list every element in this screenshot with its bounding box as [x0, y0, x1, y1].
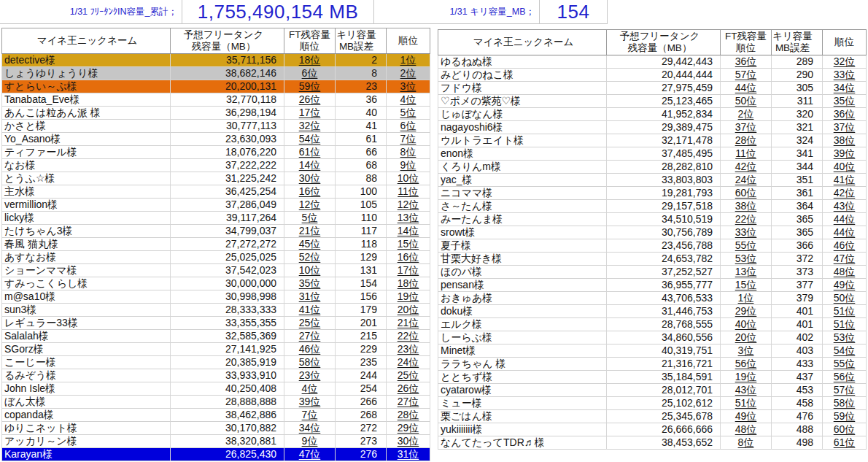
- ft-rank-cell[interactable]: 18位: [284, 54, 336, 67]
- rank-cell[interactable]: 44位: [823, 226, 867, 239]
- rank-cell[interactable]: 11位: [387, 185, 430, 199]
- ft-rank-cell[interactable]: 3位: [721, 344, 772, 358]
- amount-cell[interactable]: 38,320,881: [171, 435, 284, 448]
- amount-cell[interactable]: 28,768,555: [607, 318, 721, 331]
- rank-cell[interactable]: 7位: [387, 133, 430, 146]
- nickname-cell[interactable]: こーじー様: [1, 356, 171, 369]
- error-cell[interactable]: 156: [336, 290, 387, 304]
- rank-cell[interactable]: 30位: [387, 435, 430, 448]
- amount-cell[interactable]: 38,682,146: [171, 67, 284, 80]
- amount-cell[interactable]: 30,000,000: [171, 277, 284, 290]
- rank-cell[interactable]: 15位: [387, 238, 430, 251]
- amount-cell[interactable]: 28,333,333: [171, 304, 284, 317]
- nickname-cell[interactable]: エルク様: [438, 318, 607, 331]
- amount-cell[interactable]: 27,975,459: [607, 82, 721, 95]
- rank-cell[interactable]: 43位: [823, 200, 867, 213]
- rank-cell[interactable]: 12位: [387, 199, 430, 212]
- ft-rank-cell[interactable]: 51位: [721, 397, 772, 410]
- rank-cell[interactable]: 35位: [823, 95, 867, 108]
- amount-cell[interactable]: 36,425,254: [171, 185, 284, 199]
- error-cell[interactable]: 273: [336, 435, 387, 448]
- ft-rank-cell[interactable]: 7位: [284, 409, 336, 422]
- rank-cell[interactable]: 38位: [823, 134, 867, 147]
- rank-cell[interactable]: 53位: [823, 331, 867, 344]
- amount-cell[interactable]: 36,298,194: [171, 107, 284, 120]
- ft-rank-cell[interactable]: 44位: [721, 82, 772, 95]
- nickname-cell[interactable]: licky様: [1, 212, 171, 225]
- error-cell[interactable]: 289: [772, 55, 823, 69]
- ft-rank-cell[interactable]: 8位: [721, 436, 772, 450]
- rank-cell[interactable]: 24位: [387, 356, 430, 369]
- nickname-cell[interactable]: pensan様: [438, 279, 607, 292]
- nickname-cell[interactable]: yukiiiiiii様: [438, 423, 607, 436]
- amount-cell[interactable]: 40,250,408: [171, 382, 284, 396]
- error-cell[interactable]: 311: [772, 95, 823, 108]
- ft-rank-cell[interactable]: 19位: [721, 371, 772, 384]
- nickname-cell[interactable]: ぼん太様: [1, 396, 171, 409]
- rank-cell[interactable]: 6位: [387, 120, 430, 133]
- error-cell[interactable]: 377: [772, 279, 823, 292]
- rank-cell[interactable]: 32位: [823, 55, 867, 69]
- nickname-cell[interactable]: Tanabata_Eve様: [1, 93, 171, 107]
- rank-cell[interactable]: 39位: [823, 147, 867, 161]
- ft-rank-cell[interactable]: 31位: [284, 290, 336, 304]
- amount-cell[interactable]: 36,955,777: [607, 279, 721, 292]
- rank-cell[interactable]: 33位: [823, 69, 867, 82]
- amount-cell[interactable]: 39,117,264: [171, 212, 284, 225]
- amount-cell[interactable]: 30,998,998: [171, 290, 284, 304]
- amount-cell[interactable]: 25,123,465: [607, 95, 721, 108]
- error-cell[interactable]: 154: [336, 277, 387, 290]
- amount-cell[interactable]: 34,860,556: [607, 331, 721, 344]
- rank-cell[interactable]: 2位: [387, 67, 430, 80]
- nickname-cell[interactable]: SGorz様: [1, 343, 171, 356]
- nickname-cell[interactable]: 主水様: [1, 185, 171, 199]
- rank-cell[interactable]: 51位: [823, 318, 867, 331]
- nickname-cell[interactable]: ニコママ様: [438, 187, 607, 200]
- error-cell[interactable]: 118: [336, 238, 387, 251]
- error-cell[interactable]: 276: [336, 448, 387, 461]
- amount-cell[interactable]: 26,666,666: [607, 423, 721, 436]
- nickname-cell[interactable]: じゅぼなん様: [438, 108, 607, 121]
- amount-cell[interactable]: 33,933,910: [171, 369, 284, 382]
- nickname-cell[interactable]: みーたんま様: [438, 213, 607, 226]
- nickname-cell[interactable]: アッカリ～ン様: [1, 435, 171, 448]
- error-cell[interactable]: 305: [772, 82, 823, 95]
- error-cell[interactable]: 201: [336, 317, 387, 330]
- ft-rank-cell[interactable]: 1位: [721, 292, 772, 305]
- nickname-cell[interactable]: m@sa10様: [1, 290, 171, 304]
- ft-rank-cell[interactable]: 49位: [721, 410, 772, 423]
- ft-rank-cell[interactable]: 21位: [284, 225, 336, 238]
- nickname-cell[interactable]: 春風 猫丸様: [1, 238, 171, 251]
- error-cell[interactable]: 320: [772, 108, 823, 121]
- amount-cell[interactable]: 19,281,793: [607, 187, 721, 200]
- rank-cell[interactable]: 25位: [387, 369, 430, 382]
- ft-rank-cell[interactable]: 30位: [284, 172, 336, 185]
- rank-cell[interactable]: 60位: [823, 423, 867, 436]
- amount-cell[interactable]: 38,453,652: [607, 436, 721, 450]
- rank-cell[interactable]: 54位: [823, 344, 867, 358]
- ft-rank-cell[interactable]: 54位: [284, 133, 336, 146]
- rank-cell[interactable]: 21位: [387, 317, 430, 330]
- error-cell[interactable]: 272: [336, 422, 387, 435]
- nickname-cell[interactable]: nagayoshi6様: [438, 121, 607, 134]
- nickname-cell[interactable]: あんこは粒あん派 様: [1, 107, 171, 120]
- amount-cell[interactable]: 33,803,803: [607, 174, 721, 187]
- error-cell[interactable]: 179: [336, 304, 387, 317]
- ft-rank-cell[interactable]: 57位: [721, 69, 772, 82]
- error-cell[interactable]: 458: [772, 397, 823, 410]
- error-cell[interactable]: 402: [772, 331, 823, 344]
- nickname-cell[interactable]: おきゅあ様: [438, 292, 607, 305]
- nickname-cell[interactable]: ミュー様: [438, 397, 607, 410]
- rank-cell[interactable]: 59位: [823, 410, 867, 423]
- nickname-cell[interactable]: フドウ様: [438, 82, 607, 95]
- error-cell[interactable]: 437: [772, 371, 823, 384]
- rank-cell[interactable]: 13位: [387, 212, 430, 225]
- amount-cell[interactable]: 25,025,025: [171, 251, 284, 264]
- ft-rank-cell[interactable]: 26位: [284, 93, 336, 107]
- amount-cell[interactable]: 37,252,527: [607, 266, 721, 279]
- ft-rank-cell[interactable]: 60位: [721, 187, 772, 200]
- error-cell[interactable]: 235: [336, 356, 387, 369]
- rank-cell[interactable]: 19位: [387, 290, 430, 304]
- nickname-cell[interactable]: ほのパ様: [438, 266, 607, 279]
- nickname-cell[interactable]: しーらぶ様: [438, 331, 607, 344]
